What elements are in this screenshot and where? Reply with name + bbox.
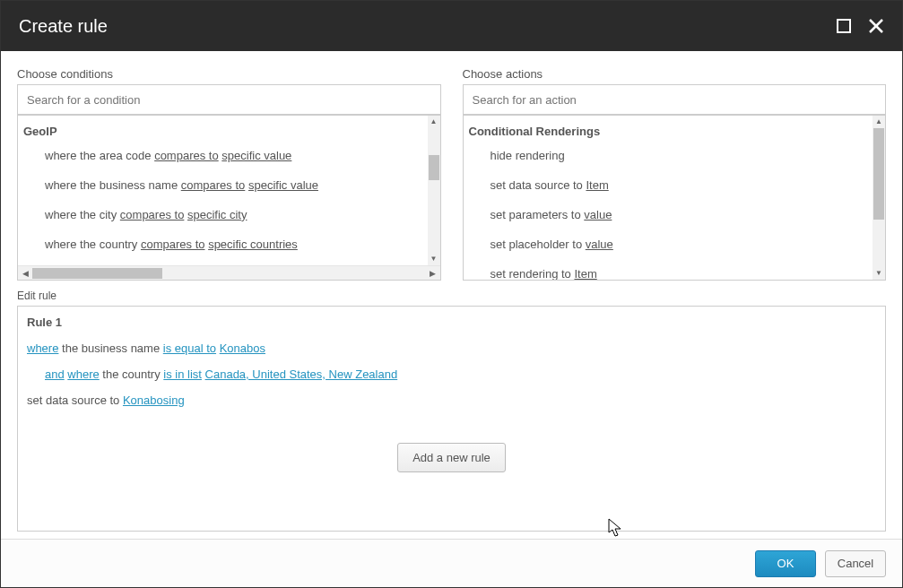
rule-where-link[interactable]: where	[67, 368, 99, 381]
conditions-column: Choose conditions GeoIP where the area c…	[17, 67, 441, 281]
conditions-horizontal-scrollbar[interactable]: ◀ ▶	[18, 265, 440, 280]
dialog-footer: OK Cancel	[1, 539, 902, 587]
rule-operator-link[interactable]: is equal to	[163, 342, 216, 355]
actions-group-header: Conditional Renderings	[467, 121, 872, 142]
cancel-button[interactable]: Cancel	[825, 550, 886, 577]
edit-rule-label: Edit rule	[17, 290, 886, 302]
condition-item[interactable]: where the country compares to specific c…	[22, 230, 426, 260]
edit-rule-panel: Rule 1 where the business name is equal …	[17, 306, 886, 532]
rule-condition-line: where the business name is equal to Kona…	[27, 338, 876, 364]
conditions-vertical-scrollbar[interactable]: ▲ ▼	[428, 116, 440, 265]
action-item[interactable]: hide rendering	[467, 142, 872, 171]
condition-item[interactable]: where the area code compares to specific…	[22, 142, 426, 171]
rule-action-line: set data source to Konabosing	[27, 390, 876, 416]
maximize-icon[interactable]	[836, 18, 852, 34]
dialog-content: Choose conditions GeoIP where the area c…	[1, 51, 902, 539]
close-icon[interactable]	[868, 18, 884, 34]
actions-vertical-scrollbar[interactable]: ▲ ▼	[873, 116, 885, 280]
conditions-group-header: GeoIP	[22, 121, 426, 142]
dialog-title: Create rule	[19, 16, 108, 37]
action-item[interactable]: set rendering to Item	[467, 260, 872, 280]
columns: Choose conditions GeoIP where the area c…	[17, 67, 886, 281]
rule-value-link[interactable]: Konabos	[220, 342, 265, 355]
rule-name: Rule 1	[27, 314, 876, 338]
rule-where-link[interactable]: where	[27, 342, 58, 355]
conditions-list: GeoIP where the area code compares to sp…	[17, 115, 441, 281]
conditions-search-input[interactable]	[17, 84, 441, 115]
action-item[interactable]: set data source to Item	[467, 171, 872, 201]
create-rule-dialog: Create rule Choose conditions GeoIP wher…	[0, 0, 903, 588]
action-item[interactable]: set parameters to value	[467, 201, 872, 230]
condition-item[interactable]: where the city compares to specific city	[22, 201, 426, 230]
rule-value-link[interactable]: Konabosing	[123, 393, 185, 407]
condition-item[interactable]: where the business name compares to spec…	[22, 171, 426, 201]
ok-button[interactable]: OK	[755, 550, 816, 577]
conditions-label: Choose conditions	[17, 67, 441, 81]
action-item[interactable]: set placeholder to value	[467, 230, 872, 260]
actions-label: Choose actions	[463, 67, 887, 81]
actions-list: Conditional Renderings hide rendering se…	[463, 115, 887, 281]
rule-and-link[interactable]: and	[45, 368, 65, 381]
add-new-rule-button[interactable]: Add a new rule	[397, 443, 506, 472]
rule-value-link[interactable]: Canada, United States, New Zealand	[205, 368, 398, 381]
titlebar: Create rule	[1, 1, 902, 51]
rule-condition-line: and where the country is in list Canada,…	[27, 364, 876, 390]
actions-search-input[interactable]	[463, 84, 887, 115]
actions-column: Choose actions Conditional Renderings hi…	[463, 67, 887, 281]
rule-operator-link[interactable]: is in list	[163, 368, 202, 381]
titlebar-actions	[836, 18, 884, 34]
